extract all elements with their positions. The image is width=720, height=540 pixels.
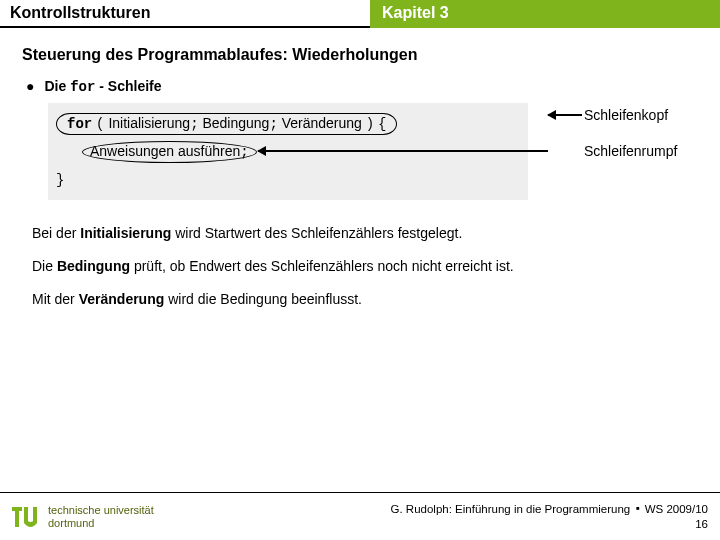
sym-rparen: ) <box>366 116 374 132</box>
label-schleifenkopf: Schleifenkopf <box>584 107 668 123</box>
footer-credit: G. Rudolph: Einführung in die Programmie… <box>391 502 709 532</box>
p3c: wird die Bedingung beeinflusst. <box>164 291 362 307</box>
arrow-schleifenrumpf: Schleifenrumpf <box>548 143 677 159</box>
sym-rbrace: } <box>56 172 64 188</box>
p3b: Veränderung <box>79 291 165 307</box>
header-bar: Kontrollstrukturen Kapitel 3 <box>0 0 720 28</box>
label-schleifenrumpf: Schleifenrumpf <box>584 143 677 159</box>
sym-semi2: ; <box>269 116 277 132</box>
university-name: technische universität dortmund <box>48 504 154 529</box>
slide-content: Steuerung des Programmablaufes: Wiederho… <box>0 28 720 309</box>
footer-bar: technische universität dortmund G. Rudol… <box>0 492 720 540</box>
p1c: wird Startwert des Schleifenzählers fest… <box>171 225 462 241</box>
code-head-line: for ( Initialisierung; Bedingung; Veränd… <box>56 109 520 137</box>
credit-term: WS 2009/10 <box>645 503 708 515</box>
for-head-ellipse: for ( Initialisierung; Bedingung; Veränd… <box>56 113 397 135</box>
bullet-text: Die for - Schleife <box>44 78 161 95</box>
p2a: Die <box>32 258 57 274</box>
kw-for: for <box>67 116 92 132</box>
bullet-prefix: Die <box>44 78 66 94</box>
token-init: Initialisierung <box>108 115 190 131</box>
credit-line: G. Rudolph: Einführung in die Programmie… <box>391 502 709 517</box>
page-number: 16 <box>391 517 709 532</box>
header-right-chapter: Kapitel 3 <box>370 0 720 28</box>
stmt-ellipse: Anweisungen ausführen; <box>82 141 257 163</box>
arrow-schleifenkopf: Schleifenkopf <box>548 107 668 123</box>
footer-logo-area: technische universität dortmund <box>10 502 154 532</box>
token-stmt: Anweisungen ausführen <box>90 143 240 159</box>
for-diagram: for ( Initialisierung; Bedingung; Veränd… <box>48 103 698 200</box>
p1a: Bei der <box>32 225 80 241</box>
bullet-for-loop: ● Die for - Schleife <box>22 78 698 95</box>
uni-line2: dortmund <box>48 517 154 530</box>
section-title: Steuerung des Programmablaufes: Wiederho… <box>22 46 698 64</box>
para-cond: Die Bedingung prüft, ob Endwert des Schl… <box>32 257 698 276</box>
bullet-keyword: for <box>70 79 95 95</box>
p2b: Bedingung <box>57 258 130 274</box>
p3a: Mit der <box>32 291 79 307</box>
tu-logo-icon <box>10 502 40 532</box>
bullet-suffix: - Schleife <box>99 78 161 94</box>
sep-dot-icon: ▪ <box>635 502 639 514</box>
bullet-dot-icon: ● <box>26 79 34 93</box>
token-cond: Bedingung <box>202 115 269 131</box>
uni-line1: technische universität <box>48 504 154 517</box>
sym-semi1: ; <box>190 116 198 132</box>
sym-semi3: ; <box>240 144 248 160</box>
arrow-left-icon <box>548 114 582 116</box>
para-change: Mit der Veränderung wird die Bedingung b… <box>32 290 698 309</box>
credit-text: G. Rudolph: Einführung in die Programmie… <box>391 503 631 515</box>
code-close-line: } <box>56 165 520 194</box>
token-change: Veränderung <box>282 115 362 131</box>
para-init: Bei der Initialisierung wird Startwert d… <box>32 224 698 243</box>
p2c: prüft, ob Endwert des Schleifenzählers n… <box>130 258 514 274</box>
p1b: Initialisierung <box>80 225 171 241</box>
sym-lparen: ( <box>96 116 104 132</box>
header-left-title: Kontrollstrukturen <box>0 0 370 28</box>
sym-lbrace: { <box>378 116 386 132</box>
svg-rect-1 <box>15 507 19 527</box>
arrow-left-long-icon <box>258 150 548 152</box>
